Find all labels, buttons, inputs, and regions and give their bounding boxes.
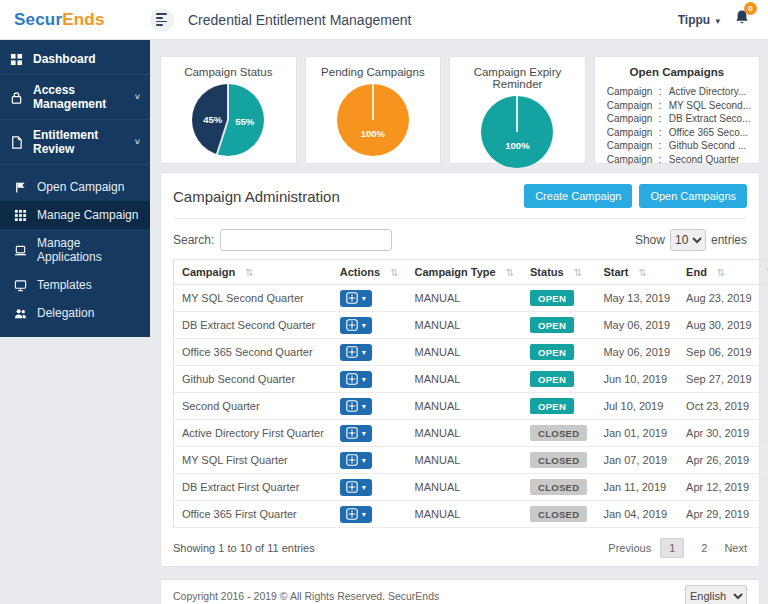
campaign-cell: MY SQL First Quarter <box>174 447 332 474</box>
actions-dropdown-button[interactable]: ▾ <box>340 371 372 388</box>
table-row: DB Extract Second Quarter▾MANUALOPENMay … <box>174 312 768 339</box>
logo-text-secur: Secur <box>14 10 62 29</box>
campaign-type-cell: MANUAL <box>407 501 522 528</box>
chevron-down-icon: ▾ <box>362 429 366 438</box>
status-badge: CLOSED <box>530 479 587 495</box>
pagination-page-2[interactable]: 2 <box>693 539 715 557</box>
panel-title: Campaign Administration <box>173 188 340 205</box>
sidebar-item-access-management[interactable]: Access Management ˅ <box>0 75 150 120</box>
campaign-type-cell: MANUAL <box>407 285 522 312</box>
chevron-down-icon: ▾ <box>362 483 366 492</box>
open-campaign-item: Campaign:Second Quarter <box>607 153 751 167</box>
chevron-down-icon: ▾ <box>362 456 366 465</box>
sort-icon[interactable]: ⇅ <box>390 267 398 278</box>
page-size-select[interactable]: 10 <box>670 229 706 251</box>
open-campaigns-list: Campaign:Active Directory...Campaign:MY … <box>603 85 751 166</box>
campaign-type-cell: MANUAL <box>407 393 522 420</box>
sort-icon[interactable]: ⇅ <box>638 267 646 278</box>
pagination-page-1[interactable]: 1 <box>660 538 684 558</box>
sidebar-item-delegation[interactable]: Delegation <box>0 299 150 327</box>
pending-campaigns-pie-chart: 100% <box>337 84 409 156</box>
users-icon <box>14 307 27 320</box>
chevron-down-icon: ▾ <box>362 348 366 357</box>
start-date-cell: Jun 10, 2019 <box>595 366 678 393</box>
status-badge: OPEN <box>530 398 574 414</box>
campaign-type-cell: MANUAL <box>407 447 522 474</box>
actions-dropdown-button[interactable]: ▾ <box>340 425 372 442</box>
start-date-cell: May 06, 2019 <box>595 312 678 339</box>
table-row: Active Directory First Quarter▾MANUALCLO… <box>174 420 768 447</box>
monitor-icon <box>14 279 27 292</box>
campaign-name: Office 365 Seco... <box>669 126 748 140</box>
card-title: Open Campaigns <box>603 66 751 78</box>
start-date-cell: Jan 11, 2019 <box>595 474 678 501</box>
notifications-button[interactable]: 0 <box>734 9 750 30</box>
chevron-down-icon: ▾ <box>362 375 366 384</box>
sidebar-item-dashboard[interactable]: Dashboard <box>0 44 150 75</box>
campaign-label: Campaign <box>607 85 659 99</box>
document-icon <box>10 136 23 149</box>
actions-dropdown-button[interactable]: ▾ <box>340 344 372 361</box>
actions-dropdown-button[interactable]: ▾ <box>340 398 372 415</box>
column-header-campaign-type: Campaign Type <box>415 266 496 278</box>
main-content: Campaign Status 45% 55% Pending Campaign… <box>150 40 768 604</box>
start-date-cell: Jan 01, 2019 <box>595 420 678 447</box>
campaign-cell: DB Extract First Quarter <box>174 474 332 501</box>
top-header: SecurEnds Credential Entitlement Managem… <box>0 0 768 40</box>
campaign-cell: Office 365 First Quarter <box>174 501 332 528</box>
sort-icon[interactable]: ⇅ <box>245 267 253 278</box>
campaign-type-cell: MANUAL <box>407 339 522 366</box>
open-campaigns-button[interactable]: Open Campaigns <box>639 184 747 208</box>
sidebar-item-manage-applications[interactable]: Manage Applications <box>0 229 150 271</box>
actions-dropdown-button[interactable]: ▾ <box>340 506 372 523</box>
campaign-administration-panel: Campaign Administration Create Campaign … <box>160 172 760 567</box>
campaign-cell: DB Extract Second Quarter <box>174 312 332 339</box>
open-campaign-item: Campaign:DB Extract Seco... <box>607 112 751 126</box>
pie-slice-label: 100% <box>505 140 529 151</box>
campaign-cell: MY SQL Second Quarter <box>174 285 332 312</box>
user-name: Tippu <box>678 13 710 27</box>
search-input[interactable] <box>220 229 392 251</box>
table-header-row: Campaign⇅ Actions⇅ Campaign Type⇅ Status… <box>174 260 768 285</box>
user-dropdown[interactable]: Tippu ▾ <box>678 13 720 27</box>
campaign-type-cell: MANUAL <box>407 474 522 501</box>
actions-dropdown-button[interactable]: ▾ <box>340 290 372 307</box>
campaigns-table: Campaign⇅ Actions⇅ Campaign Type⇅ Status… <box>173 259 768 528</box>
pie-slice-label: 55% <box>235 116 254 127</box>
sidebar: Dashboard Access Management ˅ Entitlemen… <box>0 40 150 337</box>
table-row: DB Extract First Quarter▾MANUALCLOSEDJan… <box>174 474 768 501</box>
sidebar-item-open-campaign[interactable]: Open Campaign <box>0 173 150 201</box>
campaign-name: Second Quarter <box>669 153 740 167</box>
sidebar-item-manage-campaign[interactable]: Manage Campaign <box>0 201 150 229</box>
sidebar-item-entitlement-review[interactable]: Entitlement Review ˅ <box>0 120 150 165</box>
language-select[interactable]: English <box>685 585 747 604</box>
sort-icon[interactable]: ⇅ <box>574 267 582 278</box>
table-row: Second Quarter▾MANUALOPENJul 10, 2019Oct… <box>174 393 768 420</box>
sort-icon[interactable]: ⇅ <box>506 267 514 278</box>
create-campaign-button[interactable]: Create Campaign <box>524 184 632 208</box>
campaign-label: Campaign <box>607 153 659 167</box>
open-campaign-item: Campaign:MY SQL Second... <box>607 99 751 113</box>
pagination-next[interactable]: Next <box>724 542 747 554</box>
campaign-label: Campaign <box>607 112 659 126</box>
sidebar-toggle-icon[interactable] <box>150 8 174 32</box>
open-campaign-item: Campaign:Office 365 Seco... <box>607 126 751 140</box>
column-header-end: End <box>686 266 707 278</box>
card-title: Campaign Expiry Reminder <box>458 66 577 90</box>
actions-dropdown-button[interactable]: ▾ <box>340 317 372 334</box>
open-campaign-item: Campaign:Active Directory... <box>607 85 751 99</box>
chevron-down-icon: ▾ <box>362 402 366 411</box>
sidebar-item-templates[interactable]: Templates <box>0 271 150 299</box>
column-header-status: Status <box>530 266 564 278</box>
entries-label: entries <box>711 233 747 247</box>
campaign-type-cell: MANUAL <box>407 420 522 447</box>
sort-icon[interactable]: ⇅ <box>717 267 725 278</box>
actions-dropdown-button[interactable]: ▾ <box>340 452 372 469</box>
end-date-cell: Apr 30, 2019 <box>678 420 759 447</box>
pagination-previous[interactable]: Previous <box>608 542 651 554</box>
status-badge: OPEN <box>530 290 574 306</box>
end-date-cell: Aug 30, 2019 <box>678 312 759 339</box>
actions-dropdown-button[interactable]: ▾ <box>340 479 372 496</box>
campaign-cell: Active Directory First Quarter <box>174 420 332 447</box>
end-date-cell: Oct 23, 2019 <box>678 393 759 420</box>
